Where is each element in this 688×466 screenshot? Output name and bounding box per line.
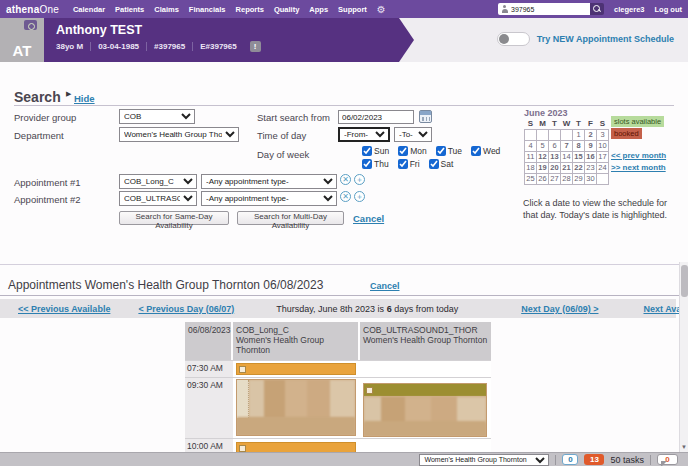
search-button[interactable]	[590, 3, 604, 15]
vertical-scrollbar[interactable]: ▼	[679, 262, 688, 452]
orange-count-badge[interactable]: 13	[584, 454, 604, 465]
time-to-select[interactable]: -To-	[394, 127, 432, 142]
nav-support[interactable]: Support	[338, 5, 367, 14]
provider-group-select[interactable]: COB	[119, 109, 195, 124]
checkbox-thu[interactable]	[362, 159, 372, 169]
calendar-day-28[interactable]: 28	[561, 173, 573, 184]
logout-link[interactable]: Log out	[655, 5, 683, 14]
alert-badge-icon[interactable]: !	[250, 41, 261, 52]
tasks-count-label[interactable]: 50 tasks	[610, 455, 644, 465]
same-day-search-button[interactable]: Search for Same-Day Availability	[119, 211, 229, 225]
department-select[interactable]: Women's Health Group Thornton	[119, 127, 239, 142]
calendar-day-24[interactable]: 24	[597, 162, 609, 173]
calendar-day-17[interactable]: 17	[597, 151, 609, 162]
calendar-day-16[interactable]: 16	[585, 151, 597, 162]
patient-search-input[interactable]	[511, 4, 581, 14]
start-date-input[interactable]	[338, 110, 414, 124]
nav-financials[interactable]: Financials	[189, 5, 226, 14]
hide-link[interactable]: Hide	[74, 93, 95, 104]
dow-checkbox-fri[interactable]: Fri	[398, 159, 420, 169]
previous-day-link[interactable]: < Previous Day (06/07)	[138, 304, 234, 314]
nav-quality[interactable]: Quality	[274, 5, 299, 14]
appointment2-type-select[interactable]: COB_ULTRASOUND	[119, 191, 197, 206]
slot-checkbox[interactable]	[239, 366, 246, 373]
checkbox-tue[interactable]	[436, 146, 446, 156]
calendar-day-14[interactable]: 14	[561, 151, 573, 162]
calendar-day-19[interactable]: 19	[537, 162, 549, 173]
appointment2-add-icon[interactable]: ＋	[354, 191, 365, 202]
calendar-day-22[interactable]: 22	[573, 162, 585, 173]
appointment2-remove-icon[interactable]: ✕	[340, 191, 351, 202]
checkbox-sat[interactable]	[429, 159, 439, 169]
slot-checkbox[interactable]	[239, 445, 246, 452]
calendar-day-23[interactable]: 23	[585, 162, 597, 173]
calendar-day-30[interactable]: 30	[585, 173, 597, 184]
new-schedule-toggle[interactable]	[497, 32, 530, 46]
calendar-day-29[interactable]: 29	[573, 173, 585, 184]
collapse-arrow-icon[interactable]: ▶	[66, 90, 71, 98]
dow-checkbox-sat[interactable]: Sat	[429, 159, 454, 169]
calendar-day-26[interactable]: 26	[537, 173, 549, 184]
appointment1-remove-icon[interactable]: ✕	[340, 174, 351, 185]
next-day-link[interactable]: Next Day (06/09) >	[521, 304, 598, 314]
next-month-link[interactable]: >> next month	[611, 163, 666, 172]
dow-checkbox-thu[interactable]: Thu	[362, 159, 389, 169]
dow-checkbox-wed[interactable]: Wed	[471, 146, 500, 156]
appointment1-add-icon[interactable]: ＋	[354, 174, 365, 185]
calendar-day-18[interactable]: 18	[525, 162, 537, 173]
scrollbar-down-arrow-icon[interactable]: ▼	[681, 444, 687, 450]
calendar-picker-icon[interactable]	[419, 110, 432, 123]
calendar-day-1[interactable]: 1	[573, 129, 585, 140]
patient-avatar[interactable]: AT	[0, 18, 44, 62]
calendar-day-5[interactable]: 5	[537, 140, 549, 151]
bottom-department-select[interactable]: Women's Health Group Thornton	[419, 454, 549, 466]
calendar-day-8[interactable]: 8	[573, 140, 585, 151]
dow-checkbox-tue[interactable]: Tue	[436, 146, 462, 156]
calendar-day-12[interactable]: 12	[537, 151, 549, 162]
nav-reports[interactable]: Reports	[236, 5, 264, 14]
slot-checkbox[interactable]	[366, 387, 373, 394]
open-slot-0730[interactable]	[236, 363, 356, 375]
search-cancel-link[interactable]: Cancel	[353, 213, 384, 224]
time-from-select[interactable]: -From-	[338, 127, 390, 142]
calendar-day-9[interactable]: 9	[585, 140, 597, 151]
calendar-day-7[interactable]: 7	[561, 140, 573, 151]
booked-appointment-cob-long[interactable]	[236, 379, 356, 436]
calendar-day-3[interactable]: 3	[597, 129, 609, 140]
dow-checkbox-sun[interactable]: Sun	[362, 146, 389, 156]
checkbox-mon[interactable]	[398, 146, 408, 156]
blue-count-badge[interactable]: 0	[562, 454, 578, 465]
calendar-day-27[interactable]: 27	[549, 173, 561, 184]
nav-apps[interactable]: Apps	[309, 5, 328, 14]
appointments-cancel-link[interactable]: Cancel	[370, 281, 400, 291]
calendar-day-6[interactable]: 6	[549, 140, 561, 151]
calendar-day-15[interactable]: 15	[573, 151, 585, 162]
checkbox-sun[interactable]	[362, 146, 372, 156]
dow-checkbox-mon[interactable]: Mon	[398, 146, 427, 156]
calendar-day-25[interactable]: 25	[525, 173, 537, 184]
username[interactable]: clegere3	[614, 5, 644, 14]
prev-month-link[interactable]: << prev month	[611, 151, 666, 160]
athenaone-logo[interactable]: athenaOne	[6, 4, 59, 15]
calendar-day-4[interactable]: 4	[525, 140, 537, 151]
appointment2-any-select[interactable]: -Any appointment type-	[201, 191, 337, 206]
calendar-day-21[interactable]: 21	[561, 162, 573, 173]
new-schedule-toggle-label[interactable]: Try NEW Appointment Schedule	[537, 34, 674, 44]
gear-icon[interactable]: ⚙	[377, 4, 386, 15]
booked-appointment-ultrasound[interactable]	[363, 383, 487, 437]
calendar-day-11[interactable]: 11	[525, 151, 537, 162]
calendar-day-2[interactable]: 2	[585, 129, 597, 140]
nav-patients[interactable]: Patients	[115, 5, 144, 14]
calendar-day-20[interactable]: 20	[549, 162, 561, 173]
nav-calendar[interactable]: Calendar	[73, 5, 105, 14]
camera-icon[interactable]	[24, 20, 37, 30]
appointment1-any-select[interactable]: -Any appointment type-	[201, 174, 337, 189]
calendar-day-10[interactable]: 10	[597, 140, 609, 151]
calendar-day-13[interactable]: 13	[549, 151, 561, 162]
appointment1-type-select[interactable]: COB_Long_C	[119, 174, 197, 189]
nav-claims[interactable]: Claims	[154, 5, 179, 14]
multi-day-search-button[interactable]: Search for Multi-Day Availability	[237, 211, 344, 225]
chat-bubble-icon[interactable]: 0	[657, 454, 678, 465]
previous-available-link[interactable]: << Previous Available	[18, 304, 110, 314]
checkbox-wed[interactable]	[471, 146, 481, 156]
